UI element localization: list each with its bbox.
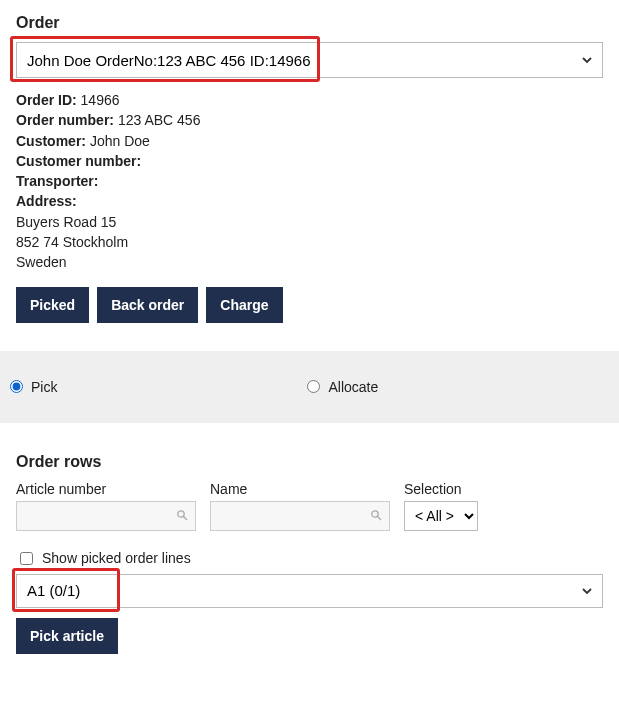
mode-radio-row: Pick Allocate <box>10 379 609 395</box>
address-label: Address: <box>16 193 77 209</box>
order-number-label: Order number: <box>16 112 114 128</box>
order-details: Order ID: 14966 Order number: 123 ABC 45… <box>16 90 603 273</box>
article-number-input[interactable] <box>16 501 196 531</box>
allocate-radio[interactable] <box>307 380 320 393</box>
name-input[interactable] <box>210 501 390 531</box>
customer-line: Customer: John Doe <box>16 131 603 151</box>
charge-button[interactable]: Charge <box>206 287 282 323</box>
pick-radio-item[interactable]: Pick <box>10 379 57 395</box>
selection-select[interactable]: < All > <box>404 501 478 531</box>
address-line1: Buyers Road 15 <box>16 212 603 232</box>
transporter-line: Transporter: <box>16 171 603 191</box>
order-rows-select-wrap: A1 (0/1) <box>16 574 603 608</box>
article-number-filter: Article number <box>16 481 196 531</box>
customer-number-label: Customer number: <box>16 153 141 169</box>
article-number-input-wrap <box>16 501 196 531</box>
order-rows-section: Order rows Article number Name Selection <box>0 429 619 664</box>
show-picked-label: Show picked order lines <box>42 550 191 566</box>
show-picked-checkbox[interactable] <box>20 552 33 565</box>
order-rows-select[interactable]: A1 (0/1) <box>16 574 603 608</box>
selection-label: Selection <box>404 481 478 497</box>
customer-number-line: Customer number: <box>16 151 603 171</box>
pick-article-button[interactable]: Pick article <box>16 618 118 654</box>
order-section: Order John Doe OrderNo:123 ABC 456 ID:14… <box>0 0 619 333</box>
back-order-button[interactable]: Back order <box>97 287 198 323</box>
address-label-line: Address: <box>16 191 603 211</box>
pick-article-row: Pick article <box>16 618 603 654</box>
order-id-label: Order ID: <box>16 92 77 108</box>
name-filter: Name <box>210 481 390 531</box>
order-select[interactable]: John Doe OrderNo:123 ABC 456 ID:14966 <box>16 42 603 78</box>
order-heading: Order <box>16 14 603 32</box>
mode-band: Pick Allocate <box>0 351 619 423</box>
show-picked-row[interactable]: Show picked order lines <box>16 549 603 568</box>
address-line2: 852 74 Stockholm <box>16 232 603 252</box>
pick-radio-label: Pick <box>31 379 57 395</box>
name-label: Name <box>210 481 390 497</box>
order-button-row: Picked Back order Charge <box>16 287 603 323</box>
order-number-value: 123 ABC 456 <box>118 112 201 128</box>
article-number-label: Article number <box>16 481 196 497</box>
pick-radio[interactable] <box>10 380 23 393</box>
allocate-radio-label: Allocate <box>328 379 378 395</box>
selection-filter: Selection < All > <box>404 481 478 531</box>
transporter-label: Transporter: <box>16 173 98 189</box>
order-select-wrap: John Doe OrderNo:123 ABC 456 ID:14966 <box>16 42 603 78</box>
picked-button[interactable]: Picked <box>16 287 89 323</box>
order-rows-heading: Order rows <box>16 453 603 471</box>
order-number-line: Order number: 123 ABC 456 <box>16 110 603 130</box>
order-id-value: 14966 <box>81 92 120 108</box>
address-line3: Sweden <box>16 252 603 272</box>
filters-row: Article number Name Selection < All > <box>16 481 603 531</box>
allocate-radio-item[interactable]: Allocate <box>307 379 378 395</box>
customer-value: John Doe <box>90 133 150 149</box>
name-input-wrap <box>210 501 390 531</box>
order-id-line: Order ID: 14966 <box>16 90 603 110</box>
customer-label: Customer: <box>16 133 86 149</box>
